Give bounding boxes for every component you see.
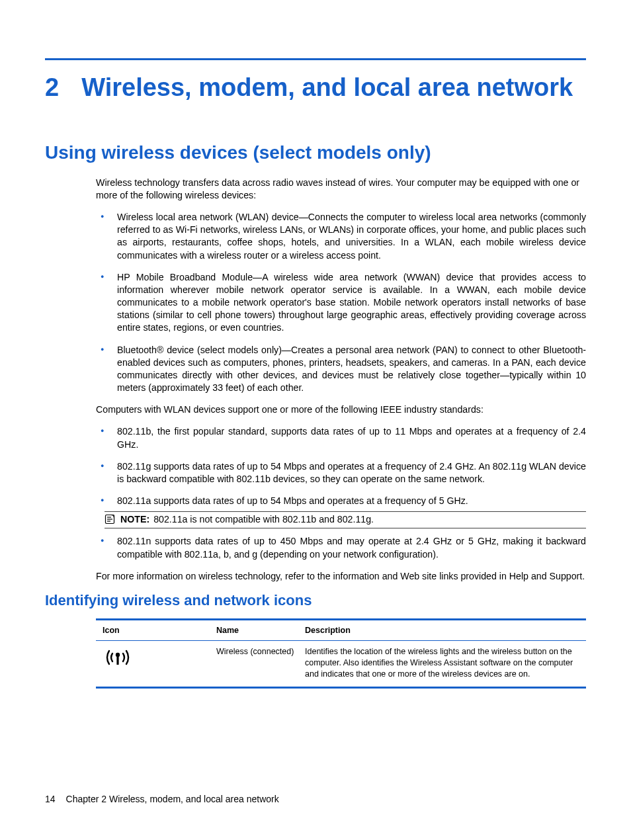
th-name: Name bbox=[216, 626, 305, 635]
outro-paragraph: For more information on wireless technol… bbox=[96, 570, 586, 583]
note-callout: NOTE:802.11a is not compatible with 802.… bbox=[105, 511, 586, 528]
subsection-title: Identifying wireless and network icons bbox=[45, 592, 586, 609]
page-footer: 14Chapter 2 Wireless, modem, and local a… bbox=[45, 794, 279, 804]
standards-intro: Computers with WLAN devices support one … bbox=[96, 403, 586, 416]
list-item: HP Mobile Broadband Module—A wireless wi… bbox=[96, 271, 586, 335]
section-title: Using wireless devices (select models on… bbox=[45, 142, 586, 163]
td-icon bbox=[103, 646, 216, 680]
list-item: 802.11g supports data rates of up to 54 … bbox=[96, 460, 586, 485]
list-item: 802.11b, the first popular standard, sup… bbox=[96, 425, 586, 450]
note-label: NOTE: bbox=[120, 514, 149, 525]
list-item: 802.11a supports data rates of up to 54 … bbox=[96, 495, 586, 507]
chapter-number: 2 bbox=[45, 73, 59, 103]
note-text-line: NOTE:802.11a is not compatible with 802.… bbox=[120, 513, 374, 526]
list-item: Bluetooth® device (select models only)—C… bbox=[96, 344, 586, 395]
icon-table: Icon Name Description Wireless (connecte… bbox=[96, 618, 586, 689]
table-header-row: Icon Name Description bbox=[96, 620, 586, 641]
standards-list-cont: 802.11n supports data rates of up to 450… bbox=[96, 535, 586, 560]
td-name: Wireless (connected) bbox=[216, 646, 305, 680]
note-text: 802.11a is not compatible with 802.11b a… bbox=[153, 514, 374, 525]
device-list: Wireless local area network (WLAN) devic… bbox=[96, 211, 586, 394]
table-row: Wireless (connected) Identifies the loca… bbox=[96, 641, 586, 687]
standards-list: 802.11b, the first popular standard, sup… bbox=[96, 425, 586, 507]
list-item: 802.11n supports data rates of up to 450… bbox=[96, 535, 586, 560]
list-item: Wireless local area network (WLAN) devic… bbox=[96, 211, 586, 262]
th-desc: Description bbox=[305, 626, 586, 635]
th-icon: Icon bbox=[103, 626, 216, 635]
chapter-title: Wireless, modem, and local area network bbox=[81, 73, 573, 103]
footer-text: Chapter 2 Wireless, modem, and local are… bbox=[66, 794, 279, 804]
page-number: 14 bbox=[45, 794, 56, 804]
td-desc: Identifies the location of the wireless … bbox=[305, 646, 586, 680]
top-rule bbox=[45, 58, 586, 60]
wireless-connected-icon bbox=[103, 646, 133, 669]
section-body: Wireless technology transfers data acros… bbox=[45, 177, 586, 583]
intro-paragraph: Wireless technology transfers data acros… bbox=[96, 177, 586, 202]
chapter-header: 2 Wireless, modem, and local area networ… bbox=[45, 73, 586, 103]
svg-rect-5 bbox=[116, 655, 118, 665]
note-icon bbox=[105, 514, 115, 525]
